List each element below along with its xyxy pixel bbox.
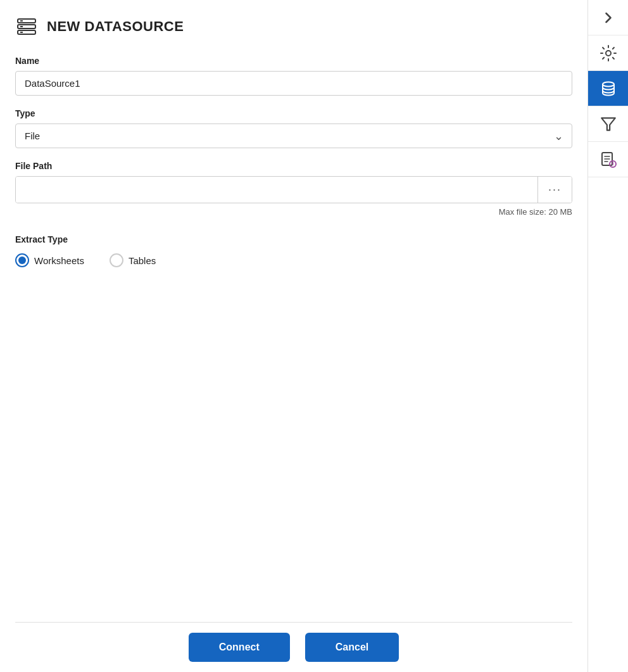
- name-input[interactable]: [15, 71, 572, 96]
- radio-option-tables[interactable]: Tables: [110, 253, 156, 267]
- type-label: Type: [15, 108, 572, 118]
- file-path-row: ···: [15, 176, 572, 203]
- svg-point-6: [606, 51, 611, 56]
- svg-marker-8: [601, 118, 615, 130]
- file-path-field-group: File Path ··· Max file size: 20 MB: [15, 161, 572, 217]
- extract-type-section: Extract Type Worksheets Tables: [15, 234, 572, 267]
- filter-icon: [600, 115, 617, 133]
- extract-type-radio-group: Worksheets Tables: [15, 253, 572, 267]
- connect-button[interactable]: Connect: [189, 633, 290, 662]
- sidebar-item-database[interactable]: [588, 71, 629, 106]
- file-path-browse-button[interactable]: ···: [537, 177, 572, 203]
- spacer: [15, 280, 572, 622]
- sidebar-item-report-settings[interactable]: [588, 142, 629, 177]
- name-label: Name: [15, 56, 572, 66]
- sidebar-item-filter[interactable]: [588, 106, 629, 142]
- type-select[interactable]: File Database URL: [15, 124, 572, 148]
- svg-point-12: [612, 164, 613, 165]
- radio-option-worksheets[interactable]: Worksheets: [15, 253, 84, 267]
- page-header: NEW DATASOURCE: [15, 15, 572, 38]
- cancel-button[interactable]: Cancel: [305, 633, 399, 662]
- svg-point-7: [603, 82, 614, 86]
- radio-circle-tables: [110, 253, 123, 267]
- browse-dots-label: ···: [548, 183, 562, 196]
- radio-label-tables: Tables: [129, 255, 156, 266]
- file-path-input[interactable]: [16, 177, 537, 203]
- radio-label-worksheets: Worksheets: [34, 255, 84, 266]
- report-settings-icon: [600, 151, 617, 168]
- sidebar: [587, 0, 628, 672]
- file-size-note: Max file size: 20 MB: [15, 207, 572, 217]
- chevron-right-icon: [600, 9, 617, 27]
- main-container: NEW DATASOURCE Name Type File Database U…: [0, 0, 628, 672]
- database-icon: [600, 80, 617, 98]
- extract-type-label: Extract Type: [15, 234, 572, 244]
- datasource-header-icon: [15, 15, 38, 38]
- radio-circle-worksheets: [15, 253, 29, 267]
- gear-icon: [600, 44, 617, 62]
- footer: Connect Cancel: [15, 622, 572, 672]
- name-field-group: Name: [15, 56, 572, 96]
- content-panel: NEW DATASOURCE Name Type File Database U…: [0, 0, 587, 672]
- sidebar-item-settings[interactable]: [588, 35, 629, 71]
- sidebar-item-expand[interactable]: [588, 0, 629, 35]
- type-select-wrapper: File Database URL ⌄: [15, 124, 572, 148]
- page-title: NEW DATASOURCE: [47, 18, 184, 35]
- type-field-group: Type File Database URL ⌄: [15, 108, 572, 148]
- file-path-label: File Path: [15, 161, 572, 171]
